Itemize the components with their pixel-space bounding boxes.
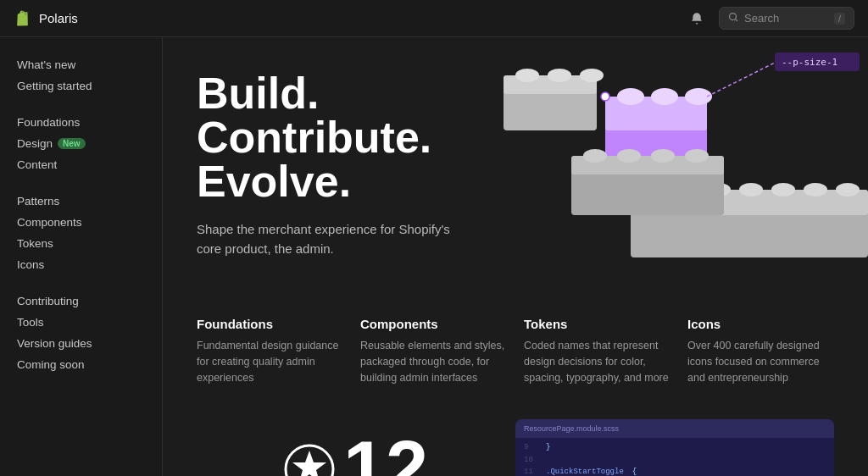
sidebar-item-foundations[interactable]: Foundations (0, 112, 162, 133)
svg-point-32 (651, 149, 675, 163)
notification-bell[interactable] (685, 7, 709, 30)
sidebar: What's new Getting started Foundations D… (0, 37, 163, 476)
code-content: 9} 10 11.QuickStartToggle { 12 font-size… (515, 438, 834, 476)
svg-point-8 (804, 183, 827, 196)
sidebar-section-2: Foundations Design New Content (0, 112, 162, 175)
hero-text: Build. Contribute. Evolve. Shape the mer… (197, 71, 450, 258)
shopify-logo-icon (14, 9, 32, 28)
polaris-star-icon (284, 444, 335, 476)
svg-line-25 (707, 63, 775, 97)
svg-rect-28 (571, 169, 724, 215)
hero-line2: Contribute. (197, 115, 450, 159)
svg-point-7 (771, 183, 795, 196)
svg-point-13 (548, 69, 571, 82)
search-shortcut: / (834, 13, 845, 25)
hero-line3: Evolve. (197, 159, 450, 203)
card-components[interactable]: Components Reusable elements and styles,… (360, 317, 507, 385)
card-title: Tokens (524, 317, 670, 331)
svg-point-30 (583, 149, 607, 163)
card-desc: Fundamental design guidance for creating… (197, 338, 343, 385)
sidebar-item-design[interactable]: Design New (0, 133, 162, 154)
sidebar-item-tokens[interactable]: Tokens (0, 233, 162, 254)
svg-rect-10 (504, 88, 597, 130)
logo[interactable]: Polaris (14, 9, 78, 28)
sidebar-section-4: Contributing Tools Version guides Coming… (0, 291, 162, 375)
hero-illustration: --p-size-1 (427, 37, 868, 300)
hero-section: Build. Contribute. Evolve. Shape the mer… (163, 37, 868, 300)
cards-section: Foundations Fundamental design guidance … (163, 300, 868, 402)
svg-point-12 (515, 69, 539, 82)
search-icon (728, 12, 738, 25)
code-preview: ResourcePage.module.scss 9} 10 11.QuickS… (515, 419, 834, 476)
card-icons[interactable]: Icons Over 400 carefully designed icons … (687, 317, 834, 385)
card-foundations[interactable]: Foundations Fundamental design guidance … (197, 317, 343, 385)
sidebar-item-contributing[interactable]: Contributing (0, 291, 162, 312)
sidebar-item-patterns[interactable]: Patterns (0, 191, 162, 212)
svg-point-31 (617, 149, 641, 163)
preview-icon-section: 12 (197, 419, 515, 476)
sidebar-item-whats-new[interactable]: What's new (0, 54, 162, 75)
svg-point-9 (836, 183, 860, 196)
hero-title: Build. Contribute. Evolve. (197, 71, 450, 203)
bottom-preview: 12 ResourcePage.module.scss 9} 10 11.Qui… (163, 402, 868, 476)
hero-subtitle: Shape the merchant experience for Shopif… (197, 220, 450, 258)
sidebar-item-content[interactable]: Content (0, 154, 162, 175)
card-title: Icons (687, 317, 834, 331)
card-title: Components (360, 317, 507, 331)
big-number-display: 12 (284, 425, 428, 476)
sidebar-section-3: Patterns Components Tokens Icons (0, 191, 162, 275)
bell-icon (690, 12, 704, 25)
sidebar-item-coming-soon[interactable]: Coming soon (0, 354, 162, 375)
sidebar-section-1: What's new Getting started (0, 54, 162, 97)
card-title: Foundations (197, 317, 343, 331)
main-content: Build. Contribute. Evolve. Shape the mer… (163, 37, 868, 476)
sidebar-item-components[interactable]: Components (0, 212, 162, 233)
topbar: Polaris Search / (0, 0, 868, 37)
search-label: Search (744, 12, 828, 25)
sidebar-item-icons[interactable]: Icons (0, 254, 162, 275)
card-desc: Coded names that represent design decisi… (524, 338, 670, 385)
code-tab-label: ResourcePage.module.scss (524, 424, 619, 433)
card-tokens[interactable]: Tokens Coded names that represent design… (524, 317, 670, 385)
svg-point-6 (739, 183, 763, 196)
new-badge: New (58, 138, 86, 149)
logo-text: Polaris (39, 11, 78, 25)
sidebar-item-version-guides[interactable]: Version guides (0, 333, 162, 354)
sidebar-item-tools[interactable]: Tools (0, 312, 162, 333)
svg-point-22 (617, 88, 644, 105)
lego-illustration-svg: --p-size-1 (427, 37, 868, 300)
hero-line1: Build. (197, 71, 450, 115)
code-window-bar: ResourcePage.module.scss (515, 419, 834, 438)
search-bar[interactable]: Search / (719, 7, 854, 30)
svg-point-33 (685, 149, 709, 163)
svg-text:--p-size-1: --p-size-1 (782, 57, 837, 68)
svg-point-14 (580, 69, 604, 82)
svg-point-18 (601, 92, 609, 101)
layout: What's new Getting started Foundations D… (0, 37, 868, 476)
svg-point-23 (651, 88, 678, 105)
card-desc: Reusable elements and styles, packaged t… (360, 338, 507, 385)
sidebar-item-getting-started[interactable]: Getting started (0, 75, 162, 97)
card-desc: Over 400 carefully designed icons focuse… (687, 338, 834, 385)
